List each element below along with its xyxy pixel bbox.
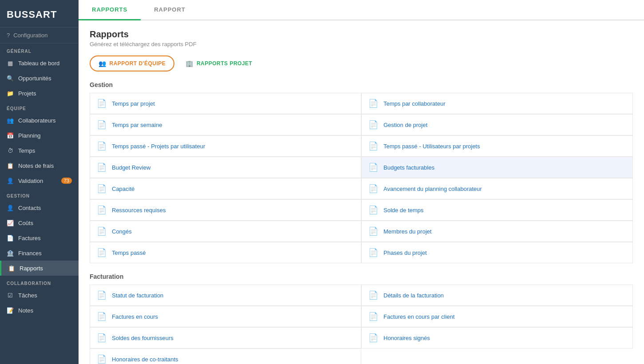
report-label: Temps par semaine	[112, 122, 162, 128]
doc-icon: 📄	[97, 141, 107, 151]
report-label: Statut de facturation	[112, 292, 163, 299]
sidebar-item-label-opportunites: Opportunités	[18, 75, 51, 82]
report-item-soldes-des-fournisseurs[interactable]: 📄Soldes des fournisseurs	[90, 327, 361, 348]
main-area: RAPPORTS RAPPORT Rapports Générez et tél…	[79, 0, 644, 364]
sidebar-item-configuration[interactable]: ? Configuration	[0, 28, 79, 44]
sidebar-item-notes[interactable]: 📝Notes	[0, 303, 79, 318]
report-item-temps-passe-projets-par-utilisateur[interactable]: 📄Temps passé - Projets par utilisateur	[90, 135, 361, 157]
report-label: Solde de temps	[383, 207, 423, 214]
sidebar-item-collaborateurs[interactable]: 👥Collaborateurs	[0, 113, 79, 128]
time-icon: ⏱	[7, 147, 14, 154]
sidebar-item-rapports[interactable]: 📋Rapports	[0, 261, 79, 276]
report-item-capacite[interactable]: 📄Capacité	[90, 178, 361, 199]
top-tabs: RAPPORTS RAPPORT	[79, 0, 644, 20]
report-item-temps-passe[interactable]: 📄Temps passé	[90, 242, 361, 263]
doc-icon: 📄	[368, 226, 378, 236]
report-label: Temps passé - Utilisateurs par projets	[383, 143, 480, 150]
doc-icon: 📄	[97, 354, 107, 364]
doc-icon: 📄	[97, 248, 107, 257]
config-label: Configuration	[13, 32, 47, 39]
report-label: Avancement du planning collaborateur	[383, 186, 482, 192]
sidebar-section-gestion: GESTION	[0, 188, 79, 200]
sidebar-item-temps[interactable]: ⏱Temps	[0, 143, 79, 158]
report-item-ressources-requises[interactable]: 📄Ressources requises	[90, 199, 361, 221]
sidebar-item-label-rapports: Rapports	[20, 265, 43, 272]
planning-icon: 📅	[7, 132, 14, 139]
report-item-membres-du-projet[interactable]: 📄Membres du projet	[361, 221, 633, 242]
report-item-gestion-de-projet[interactable]: 📄Gestion de projet	[361, 114, 633, 135]
doc-icon: 📄	[368, 184, 378, 194]
report-item-budget-review[interactable]: 📄Budget Review	[90, 157, 361, 178]
sidebar-item-couts[interactable]: 📈Coûts	[0, 215, 79, 230]
empty-cell	[361, 348, 633, 364]
page-subtitle: Générez et téléchargez des rapports PDF	[90, 41, 633, 47]
tab-rapport[interactable]: RAPPORT	[141, 0, 199, 20]
report-item-factures-en-cours-par-client[interactable]: 📄Factures en cours par client	[361, 306, 633, 327]
validation-icon: 👤	[7, 177, 14, 184]
report-item-avancement-planning-collaborateur[interactable]: 📄Avancement du planning collaborateur	[361, 178, 633, 199]
report-item-solde-de-temps[interactable]: 📄Solde de temps	[361, 199, 633, 221]
expense-icon: 📋	[7, 162, 14, 169]
sidebar-section-collaboration: COLLABORATION	[0, 276, 79, 288]
report-item-factures-en-cours[interactable]: 📄Factures en cours	[90, 306, 361, 327]
tab-rapports[interactable]: RAPPORTS	[79, 0, 141, 20]
report-label: Factures en cours par client	[383, 313, 454, 320]
sidebar-item-planning[interactable]: 📅Planning	[0, 128, 79, 143]
sidebar-section-général: GÉNÉRAL	[0, 44, 79, 55]
sidebar-item-notes-de-frais[interactable]: 📋Notes de frais	[0, 158, 79, 173]
report-label: Ressources requises	[112, 207, 166, 214]
contacts-icon: 👤	[7, 204, 14, 211]
sidebar-item-projets[interactable]: 📁Projets	[0, 86, 79, 101]
report-item-temps-par-collaborateur[interactable]: 📄Temps par collaborateur	[361, 93, 633, 114]
reports-grid-facturation: 📄Statut de facturation📄Détails de la fac…	[90, 285, 633, 364]
report-item-temps-passe-utilisateurs-par-projets[interactable]: 📄Temps passé - Utilisateurs par projets	[361, 135, 633, 157]
report-label: Temps par projet	[112, 100, 155, 107]
sidebar-item-factures[interactable]: 📄Factures	[0, 230, 79, 245]
report-item-statut-de-facturation[interactable]: 📄Statut de facturation	[90, 285, 361, 306]
sidebar-item-validation[interactable]: 👤Validation73	[0, 173, 79, 188]
section-heading-gestion: Gestion	[90, 81, 633, 88]
sub-tab-rapports-projet[interactable]: 🏢 RAPPORTS PROJET	[177, 55, 261, 71]
projects-icon: 📁	[7, 90, 14, 97]
sidebar-item-label-taches: Tâches	[18, 292, 37, 299]
sidebar-item-contacts[interactable]: 👤Contacts	[0, 200, 79, 215]
report-item-budgets-facturables[interactable]: 📄Budgets facturables	[361, 157, 633, 178]
sidebar-item-label-notes-de-frais: Notes de frais	[18, 162, 54, 169]
report-item-honoraires-signes[interactable]: 📄Honoraires signés	[361, 327, 633, 348]
team-icon: 👥	[7, 117, 14, 124]
sidebar-sections: GÉNÉRAL▦Tableau de bord🔍Opportunités📁Pro…	[0, 44, 79, 318]
sidebar-item-label-factures: Factures	[18, 235, 41, 241]
sidebar-item-finances[interactable]: 🏦Finances	[0, 245, 79, 261]
sidebar-item-opportunites[interactable]: 🔍Opportunités	[0, 71, 79, 86]
sidebar-item-taches[interactable]: ☑Tâches	[0, 288, 79, 303]
sidebar-item-tableau-de-bord[interactable]: ▦Tableau de bord	[0, 55, 79, 71]
finances-icon: 🏦	[7, 249, 14, 257]
doc-icon: 📄	[97, 226, 107, 236]
doc-icon: 📄	[368, 99, 378, 108]
reports-icon: 📋	[8, 265, 15, 272]
doc-icon: 📄	[97, 120, 107, 130]
report-label: Membres du projet	[383, 228, 431, 235]
report-item-details-de-la-facturation[interactable]: 📄Détails de la facturation	[361, 285, 633, 306]
opportunity-icon: 🔍	[7, 75, 14, 82]
report-item-honoraires-de-co-traitants[interactable]: 📄Honoraires de co-traitants	[90, 348, 361, 364]
report-item-temps-par-projet[interactable]: 📄Temps par projet	[90, 93, 361, 114]
app-logo: BUSSART	[0, 0, 79, 28]
team-icon: 👥	[99, 60, 107, 67]
sub-tabs: 👥 RAPPORT D'ÉQUIPE 🏢 RAPPORTS PROJET	[90, 55, 633, 71]
question-icon: ?	[7, 32, 10, 39]
report-label: Gestion de projet	[383, 122, 427, 128]
sections-container: Gestion📄Temps par projet📄Temps par colla…	[90, 81, 633, 364]
sidebar-item-label-couts: Coûts	[18, 220, 33, 226]
report-label: Capacité	[112, 186, 134, 192]
report-label: Soldes des fournisseurs	[112, 335, 174, 341]
report-label: Honoraires signés	[383, 335, 430, 341]
sub-tab-rapport-equipe[interactable]: 👥 RAPPORT D'ÉQUIPE	[90, 55, 174, 71]
badge-validation: 73	[61, 178, 72, 184]
sidebar-item-label-collaborateurs: Collaborateurs	[18, 117, 56, 124]
report-item-conges[interactable]: 📄Congés	[90, 221, 361, 242]
notes-icon: 📝	[7, 307, 14, 314]
section-heading-facturation: Facturation	[90, 273, 633, 280]
report-item-phases-du-projet[interactable]: 📄Phases du projet	[361, 242, 633, 263]
report-item-temps-par-semaine[interactable]: 📄Temps par semaine	[90, 114, 361, 135]
